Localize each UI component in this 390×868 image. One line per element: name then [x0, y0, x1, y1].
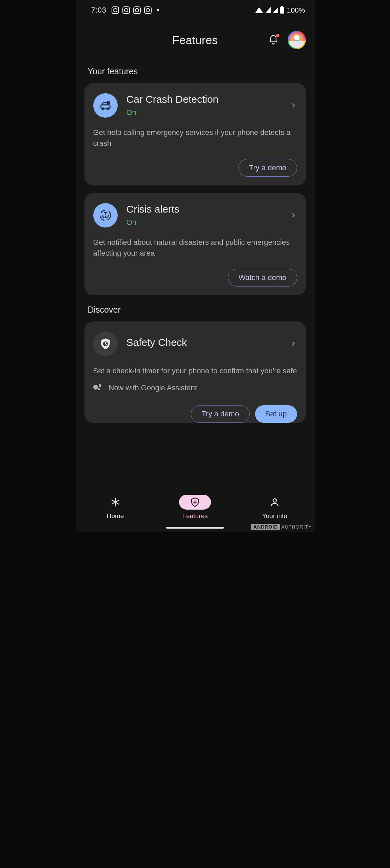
page-title: Features: [172, 34, 218, 47]
card-description: Get notified about natural disasters and…: [93, 237, 297, 259]
card-actions: Try a demo Set up: [93, 405, 297, 423]
crisis-alert-icon: [93, 203, 118, 228]
card-actions: Watch a demo: [93, 269, 297, 287]
device-frame: 7:03 100% Features: [76, 0, 315, 532]
safety-check-icon: [93, 332, 118, 356]
assistant-icon: [93, 384, 103, 392]
battery-icon: [280, 7, 284, 14]
chevron-right-icon: [290, 212, 297, 219]
signal-icon: [273, 7, 278, 13]
card-head: Car Crash Detection On: [93, 93, 297, 118]
chevron-right-icon: [290, 102, 297, 109]
feature-card-car-crash[interactable]: Car Crash Detection On Get help calling …: [84, 83, 306, 185]
nav-features[interactable]: Features: [155, 495, 235, 520]
notif-app-icon: [122, 6, 130, 14]
notifications-button[interactable]: [268, 35, 279, 45]
status-time: 7:03: [91, 6, 106, 15]
svg-point-6: [104, 216, 106, 218]
try-demo-button[interactable]: Try a demo: [191, 405, 249, 423]
assistant-row: Now with Google Assistant: [93, 383, 297, 392]
try-demo-button[interactable]: Try a demo: [238, 159, 297, 177]
status-left: 7:03: [91, 6, 159, 15]
header-actions: [268, 31, 306, 49]
profile-avatar[interactable]: [288, 31, 306, 49]
signal-icon: [265, 7, 271, 13]
set-up-button[interactable]: Set up: [255, 405, 297, 423]
status-bar: 7:03 100%: [76, 0, 315, 20]
card-title: Car Crash Detection: [126, 93, 281, 105]
card-title: Safety Check: [126, 336, 281, 349]
assistant-text: Now with Google Assistant: [109, 383, 197, 392]
notif-app-icon: [112, 6, 119, 14]
wifi-icon: [255, 7, 263, 13]
card-status: On: [126, 108, 281, 117]
feature-card-safety-check[interactable]: Safety Check Set a check-in timer for yo…: [84, 321, 306, 423]
person-icon: [270, 497, 280, 507]
card-titles: Crisis alerts On: [126, 203, 281, 227]
card-title: Crisis alerts: [126, 203, 281, 215]
card-actions: Try a demo: [93, 159, 297, 177]
nav-label: Your info: [262, 512, 287, 520]
feature-card-crisis-alerts[interactable]: Crisis alerts On Get notified about natu…: [84, 193, 306, 295]
chevron-right-icon: [290, 340, 297, 348]
nav-home[interactable]: Home: [76, 495, 155, 520]
notif-app-icon: [133, 6, 141, 14]
card-titles: Car Crash Detection On: [126, 93, 281, 117]
gesture-bar[interactable]: [166, 527, 224, 529]
status-right: 100%: [255, 6, 305, 14]
nav-your-info[interactable]: Your info: [235, 495, 315, 520]
content-scroll[interactable]: Your features Car Crash Detection On: [76, 57, 315, 490]
card-titles: Safety Check: [126, 332, 281, 349]
notification-dot: [276, 34, 279, 37]
card-description: Set a check-in timer for your phone to c…: [93, 366, 297, 376]
card-description: Get help calling emergency services if y…: [93, 127, 297, 149]
page-header: Features: [76, 23, 315, 57]
car-crash-icon: [93, 93, 118, 118]
card-status: On: [126, 218, 281, 227]
section-title-your-features: Your features: [88, 66, 303, 76]
bottom-nav: Home Features Your info ANDROID AUTHORIT…: [76, 490, 315, 532]
section-title-discover: Discover: [88, 305, 303, 315]
card-head: Crisis alerts On: [93, 203, 297, 228]
avatar-image: [289, 32, 305, 48]
nav-label: Features: [182, 512, 208, 520]
card-head: Safety Check: [93, 332, 297, 356]
watermark: ANDROID AUTHORITY: [251, 524, 312, 530]
battery-percent: 100%: [287, 6, 305, 14]
shield-plus-icon: [190, 497, 200, 507]
notif-app-icon: [144, 6, 152, 14]
asterisk-icon: [110, 497, 120, 507]
watch-demo-button[interactable]: Watch a demo: [228, 269, 297, 287]
notif-overflow-dot: [157, 9, 159, 11]
svg-point-8: [273, 499, 276, 502]
nav-label: Home: [107, 512, 124, 520]
